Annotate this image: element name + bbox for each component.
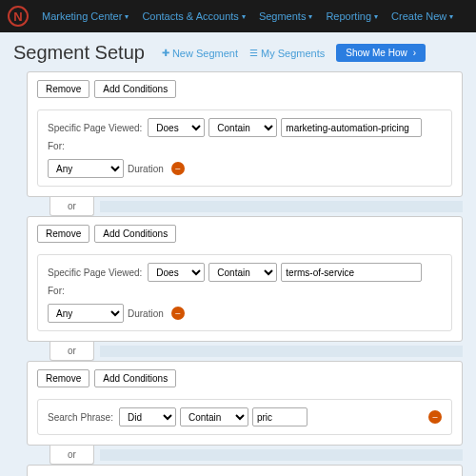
timeframe-select[interactable]: Any <box>48 159 124 178</box>
condition-card: Remove Add Conditions Search Phrase: Did… <box>27 361 463 446</box>
field-label: Search Phrase: <box>48 412 113 423</box>
add-conditions-button[interactable]: Add Conditions <box>94 369 176 387</box>
new-segment-link[interactable]: ✚New Segment <box>162 48 238 59</box>
chevron-right-icon: › <box>413 48 416 58</box>
value-input[interactable] <box>252 407 307 426</box>
nav-label: Reporting <box>326 10 371 22</box>
value-input[interactable] <box>281 263 422 282</box>
caret-down-icon: ▾ <box>374 12 378 21</box>
operator-select[interactable]: Does <box>148 263 205 282</box>
caret-down-icon: ▾ <box>242 12 246 21</box>
field-label: Specific Page Viewed: <box>48 268 142 278</box>
nav-label: Marketing Center <box>42 10 122 22</box>
nav-label: Segments <box>259 10 307 22</box>
field-label: Specific Page Viewed: <box>48 123 142 133</box>
show-me-how-button[interactable]: Show Me How› <box>336 44 426 62</box>
caret-down-icon: ▾ <box>125 12 129 21</box>
page-header: Segment Setup ✚New Segment ☰My Segments … <box>0 32 476 71</box>
nav-label: Contacts & Accounts <box>142 10 239 22</box>
segment-builder: Remove Add Conditions Specific Page View… <box>0 71 476 476</box>
link-label: My Segments <box>261 48 325 59</box>
separator-fill <box>100 346 463 357</box>
remove-button[interactable]: Remove <box>37 369 89 387</box>
remove-button[interactable]: Remove <box>37 225 89 243</box>
match-select[interactable]: Contain <box>180 407 248 426</box>
or-tab: or <box>50 342 94 361</box>
my-segments-link[interactable]: ☰My Segments <box>249 48 325 59</box>
link-label: New Segment <box>172 48 238 59</box>
page-title: Segment Setup <box>13 42 145 64</box>
caret-down-icon: ▾ <box>308 12 312 21</box>
nav-create-new[interactable]: Create New▾ <box>391 10 453 22</box>
match-select[interactable]: Contain <box>208 118 277 137</box>
caret-down-icon: ▾ <box>449 12 453 21</box>
duration-label: Duration <box>128 308 164 319</box>
rule-row: Specific Page Viewed: Does Contain For: … <box>37 254 452 331</box>
separator-fill <box>100 201 463 212</box>
condition-card: Remove Add Conditions Specific Page View… <box>27 71 463 197</box>
for-label: For: <box>48 286 65 296</box>
add-conditions-button[interactable]: Add Conditions <box>94 225 176 243</box>
plus-icon: ✚ <box>162 48 169 58</box>
operator-select[interactable]: Does <box>148 118 205 137</box>
value-input[interactable] <box>281 118 422 137</box>
brand-logo[interactable]: N <box>8 6 29 27</box>
remove-button[interactable]: Remove <box>37 80 89 98</box>
rule-row: Specific Page Viewed: Does Contain For: … <box>37 109 452 187</box>
or-tab: or <box>50 197 94 216</box>
list-icon: ☰ <box>249 48 258 58</box>
remove-rule-icon[interactable]: – <box>428 410 442 424</box>
match-select[interactable]: Contain <box>208 263 277 282</box>
rule-row: Search Phrase: Did Contain – <box>37 399 452 435</box>
remove-rule-icon[interactable]: – <box>171 162 185 175</box>
for-label: For: <box>48 141 65 151</box>
nav-segments[interactable]: Segments▾ <box>259 10 313 22</box>
or-tab: or <box>50 446 94 465</box>
nav-reporting[interactable]: Reporting▾ <box>326 10 378 22</box>
remove-rule-icon[interactable]: – <box>171 307 185 320</box>
timeframe-select[interactable]: Any <box>48 304 124 323</box>
duration-label: Duration <box>128 164 164 174</box>
condition-card: Remove Add Conditions Specific Page View… <box>27 216 463 342</box>
or-separator: or <box>27 446 463 465</box>
top-navbar: N Marketing Center▾ Contacts & Accounts▾… <box>0 0 476 32</box>
button-label: Show Me How <box>346 48 407 58</box>
or-separator: or <box>27 197 463 216</box>
nav-contacts-accounts[interactable]: Contacts & Accounts▾ <box>142 10 246 22</box>
nav-marketing-center[interactable]: Marketing Center▾ <box>42 10 129 22</box>
nav-label: Create New <box>391 10 446 22</box>
or-separator: or <box>27 342 463 361</box>
separator-fill <box>100 449 463 461</box>
operator-select[interactable]: Did <box>119 407 176 426</box>
add-or-statement-button[interactable]: Add "or" Statement <box>27 465 463 476</box>
add-conditions-button[interactable]: Add Conditions <box>94 80 176 98</box>
